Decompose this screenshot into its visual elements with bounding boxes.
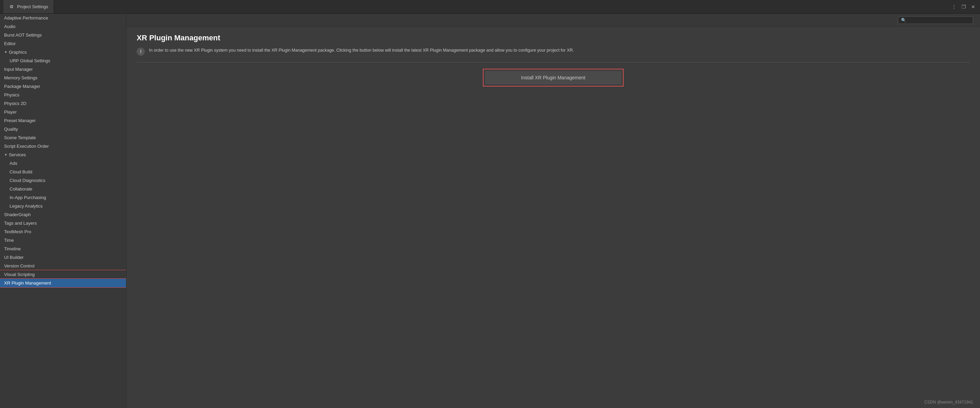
sidebar-item-time[interactable]: Time — [0, 236, 126, 244]
sidebar-item-label: Version Control — [4, 263, 35, 268]
more-options-icon[interactable]: ⋮ — [951, 3, 958, 10]
sidebar-item-quality[interactable]: Quality — [0, 125, 126, 133]
sidebar-item-label: Editor — [4, 41, 16, 46]
sidebar-item-services[interactable]: ▼Services — [0, 150, 126, 159]
sidebar-item-visual-scripting[interactable]: Visual Scripting — [0, 270, 126, 279]
sidebar-item-label: Scene Template — [4, 135, 36, 140]
sidebar-section: Adaptive PerformanceAudioBurst AOT Setti… — [0, 14, 126, 287]
title-bar-tab[interactable]: ⚙ Project Settings — [3, 0, 54, 13]
sidebar-item-label: Visual Scripting — [4, 272, 35, 277]
sidebar-item-urp-global-settings[interactable]: URP Global Settings — [0, 56, 126, 65]
sidebar-item-label: Timeline — [4, 246, 21, 251]
separator — [137, 62, 970, 62]
sidebar-item-label: Memory Settings — [4, 75, 38, 80]
info-box: ! In order to use the new XR Plugin syst… — [137, 47, 970, 56]
sidebar-item-legacy-analytics[interactable]: Legacy Analytics — [0, 202, 126, 210]
sidebar-item-burst-aot-settings[interactable]: Burst AOT Settings — [0, 31, 126, 39]
sidebar-item-adaptive-performance[interactable]: Adaptive Performance — [0, 14, 126, 22]
watermark: CSDN @weixin_43471941 — [924, 400, 973, 405]
sidebar-item-physics[interactable]: Physics — [0, 91, 126, 99]
sidebar-item-label: Tags and Layers — [4, 221, 37, 226]
sidebar-item-memory-settings[interactable]: Memory Settings — [0, 73, 126, 82]
sidebar-item-label: Services — [9, 152, 26, 157]
expand-arrow-icon: ▼ — [4, 50, 8, 54]
sidebar-item-label: URP Global Settings — [10, 58, 50, 63]
sidebar-item-player[interactable]: Player — [0, 108, 126, 116]
sidebar-item-label: Player — [4, 110, 17, 115]
sidebar-item-label: Script Execution Order — [4, 143, 49, 149]
expand-arrow-icon: ▼ — [4, 153, 8, 157]
sidebar-item-label: Legacy Analytics — [10, 204, 43, 209]
sidebar-item-label: Time — [4, 238, 14, 243]
install-xr-plugin-button[interactable]: Install XR Plugin Management — [485, 71, 622, 84]
close-icon[interactable]: ✕ — [970, 3, 977, 10]
sidebar-item-label: Input Manager — [4, 67, 33, 72]
sidebar-item-timeline[interactable]: Timeline — [0, 244, 126, 253]
sidebar-item-label: Physics 2D — [4, 101, 26, 106]
sidebar-item-label: Graphics — [9, 49, 27, 55]
sidebar-item-cloud-diagnostics[interactable]: Cloud Diagnostics — [0, 176, 126, 185]
main-container: Adaptive PerformanceAudioBurst AOT Setti… — [0, 14, 980, 408]
sidebar-item-editor[interactable]: Editor — [0, 39, 126, 48]
sidebar-item-label: Physics — [4, 92, 19, 97]
info-icon: ! — [137, 48, 145, 56]
search-input[interactable] — [908, 18, 970, 22]
sidebar-item-version-control[interactable]: Version Control — [0, 261, 126, 270]
sidebar-item-graphics[interactable]: ▼Graphics — [0, 48, 126, 56]
sidebar-item-tags-and-layers[interactable]: Tags and Layers — [0, 219, 126, 228]
title-bar-controls: ⋮ ❐ ✕ — [951, 3, 977, 10]
sidebar-item-ads[interactable]: Ads — [0, 159, 126, 167]
search-field: 🔍 — [898, 16, 973, 24]
sidebar-item-physics-2d[interactable]: Physics 2D — [0, 99, 126, 108]
sidebar-item-in-app-purchasing[interactable]: In-App Purchasing — [0, 193, 126, 202]
sidebar: Adaptive PerformanceAudioBurst AOT Setti… — [0, 14, 126, 408]
sidebar-item-label: In-App Purchasing — [10, 195, 46, 200]
sidebar-item-label: Cloud Build — [10, 169, 32, 174]
title-bar: ⚙ Project Settings ⋮ ❐ ✕ — [0, 0, 980, 14]
sidebar-item-preset-manager[interactable]: Preset Manager — [0, 116, 126, 125]
sidebar-item-cloud-build[interactable]: Cloud Build — [0, 167, 126, 176]
restore-icon[interactable]: ❐ — [960, 3, 967, 10]
sidebar-item-label: XR Plugin Management — [4, 280, 51, 285]
sidebar-item-label: ShaderGraph — [4, 212, 31, 217]
sidebar-item-label: Quality — [4, 126, 18, 132]
sidebar-item-script-execution-order[interactable]: Script Execution Order — [0, 142, 126, 150]
sidebar-item-xr-plugin-management[interactable]: XR Plugin Management — [0, 279, 126, 287]
window-icon: ⚙ — [9, 4, 14, 10]
sidebar-item-collaborate[interactable]: Collaborate — [0, 185, 126, 193]
sidebar-item-label: Cloud Diagnostics — [10, 178, 45, 183]
sidebar-item-ui-builder[interactable]: UI Builder — [0, 253, 126, 261]
sidebar-item-label: Adaptive Performance — [4, 15, 48, 21]
sidebar-item-label: TextMesh Pro — [4, 229, 31, 234]
install-button-wrapper: Install XR Plugin Management — [137, 65, 970, 90]
content-title: XR Plugin Management — [137, 33, 970, 42]
search-icon: 🔍 — [901, 18, 906, 22]
content-area: 🔍 XR Plugin Management ! In order to use… — [126, 14, 980, 408]
sidebar-item-scene-template[interactable]: Scene Template — [0, 133, 126, 142]
sidebar-item-audio[interactable]: Audio — [0, 22, 126, 31]
sidebar-item-label: Preset Manager — [4, 118, 36, 123]
sidebar-item-label: Burst AOT Settings — [4, 32, 42, 38]
top-search-area: 🔍 — [126, 14, 980, 27]
sidebar-item-package-manager[interactable]: Package Manager — [0, 82, 126, 91]
content-wrapper: XR Plugin Management ! In order to use t… — [126, 27, 980, 408]
sidebar-item-label: Collaborate — [10, 186, 32, 191]
sidebar-item-label: Package Manager — [4, 84, 40, 89]
window-title: Project Settings — [17, 4, 48, 9]
sidebar-item-label: Audio — [4, 24, 15, 29]
sidebar-item-input-manager[interactable]: Input Manager — [0, 65, 126, 73]
info-text: In order to use the new XR Plugin system… — [149, 47, 574, 54]
sidebar-item-shadergraph[interactable]: ShaderGraph — [0, 210, 126, 219]
install-button-container: Install XR Plugin Management — [483, 69, 624, 86]
sidebar-item-label: Ads — [10, 161, 17, 166]
sidebar-item-textmesh-pro[interactable]: TextMesh Pro — [0, 228, 126, 236]
sidebar-item-label: UI Builder — [4, 255, 24, 260]
